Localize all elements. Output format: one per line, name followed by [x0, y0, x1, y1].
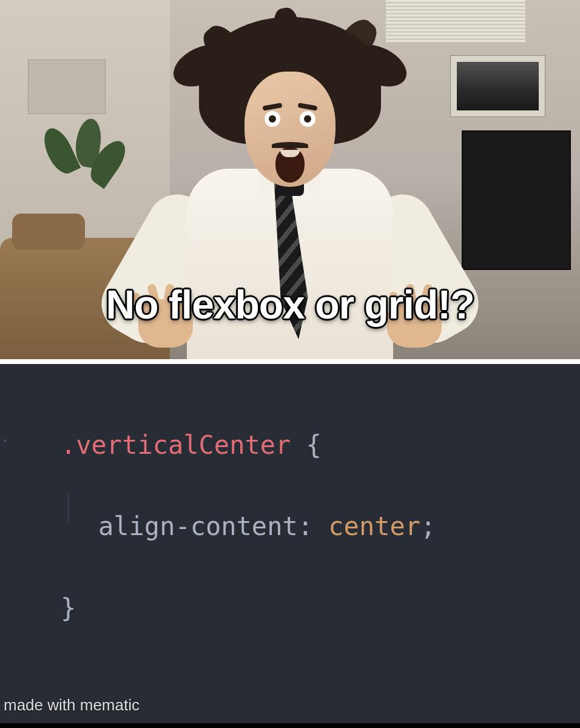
css-value: center: [328, 511, 420, 541]
open-mouth: [275, 147, 305, 183]
open-brace: {: [291, 430, 322, 460]
face: [244, 72, 336, 187]
eye-left: [265, 111, 280, 127]
code-line-blank: [61, 547, 580, 588]
code-line-1: .verticalCenter {: [61, 425, 580, 465]
semicolon: ;: [420, 511, 436, 541]
code-line-2: align-content: center;: [61, 506, 580, 547]
code-line-blank: [61, 465, 580, 506]
colon: :: [298, 511, 329, 541]
fold-chevron-icon: ▾: [2, 436, 7, 445]
css-property: align-content: [98, 511, 298, 541]
tv-screen: [462, 130, 571, 270]
close-brace: }: [61, 593, 76, 623]
potted-plant: [52, 118, 106, 203]
wall-picture-left: [28, 59, 106, 114]
css-selector: .verticalCenter: [61, 430, 291, 460]
watermark-text: made with mematic: [4, 696, 140, 715]
meme-top-caption: No flexbox or grid!?: [0, 281, 580, 328]
code-editor-panel: ▾ .verticalCenter { align-content: cente…: [0, 359, 580, 723]
meme-top-image-panel: No flexbox or grid!?: [0, 0, 580, 359]
cursor-marker: [68, 493, 69, 522]
eye-right: [300, 111, 315, 127]
code-line-3: }: [61, 588, 580, 629]
